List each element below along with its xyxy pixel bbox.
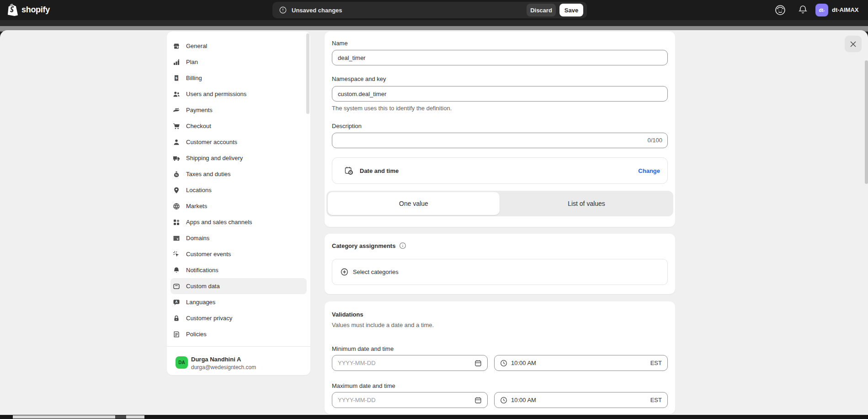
- minimum-date-input[interactable]: YYYY-MM-DD: [332, 355, 488, 371]
- sidebar-item-customer-accounts[interactable]: Customer accounts: [170, 134, 307, 150]
- sidebar-item-general[interactable]: General: [170, 38, 307, 54]
- unsaved-changes-banner: Unsaved changes Discard Save: [272, 2, 587, 18]
- tab-one-value[interactable]: One value: [328, 192, 500, 215]
- store-avatar[interactable]: dt-: [815, 4, 828, 16]
- calendar-clock-icon: [344, 166, 353, 175]
- info-icon[interactable]: [399, 242, 406, 249]
- validations-title: Validations: [332, 311, 363, 318]
- sidebar-item-label: Taxes and duties: [186, 171, 231, 177]
- sidebar-item-users-and-permissions[interactable]: Users and permissions: [170, 86, 307, 102]
- minimum-label: Minimum date and time: [332, 345, 394, 352]
- maximum-timezone: EST: [650, 397, 662, 403]
- checkout-icon: [172, 122, 181, 130]
- sidebar-item-custom-data[interactable]: Custom data: [170, 278, 307, 294]
- shopify-settings-screen: shopify Unsaved changes Discard Save dt-…: [0, 0, 868, 419]
- sidebar-item-taxes-and-duties[interactable]: Taxes and duties: [170, 166, 307, 182]
- sidekick-icon[interactable]: [774, 4, 786, 16]
- sidebar-item-label: Payments: [186, 107, 213, 113]
- sidebar-item-languages[interactable]: A Languages: [170, 294, 307, 310]
- maximum-date-input[interactable]: YYYY-MM-DD: [332, 392, 488, 408]
- sidebar-item-billing[interactable]: $ Billing: [170, 70, 307, 86]
- sidebar-item-customer-events[interactable]: Customer events: [170, 246, 307, 262]
- chrome-strip: [0, 20, 868, 26]
- markets-icon: [172, 202, 181, 210]
- store-name[interactable]: dt-AIMAX: [832, 6, 859, 13]
- tab-list-of-values[interactable]: List of values: [500, 191, 673, 216]
- sidebar-item-label: Checkout: [186, 123, 211, 129]
- calendar-icon: [474, 397, 482, 404]
- description-label: Description: [332, 123, 362, 129]
- shipping-icon: [172, 154, 181, 162]
- customer-events-icon: [172, 250, 181, 258]
- name-input[interactable]: [332, 50, 668, 65]
- sidebar-item-shipping-and-delivery[interactable]: Shipping and delivery: [170, 150, 307, 166]
- page-scrollbar-thumb[interactable]: [865, 60, 868, 184]
- sidebar-scrollbar-thumb[interactable]: [306, 33, 309, 114]
- horizontal-scrollbar-thumb[interactable]: [115, 415, 126, 419]
- sidebar-item-customer-privacy[interactable]: Customer privacy: [170, 310, 307, 326]
- content-type-label: Date and time: [360, 167, 638, 174]
- namespace-label: Namespace and key: [332, 75, 386, 82]
- maximum-time-input[interactable]: 10:00 AM EST: [494, 392, 668, 408]
- payments-icon: [172, 106, 181, 114]
- close-button[interactable]: [845, 36, 862, 52]
- maximum-label: Maximum date and time: [332, 382, 395, 389]
- locations-icon: [172, 186, 181, 194]
- namespace-input[interactable]: [332, 86, 668, 102]
- settings-sidebar: General Plan $ Billing Users and: [167, 32, 310, 375]
- sidebar-item-label: Customer events: [186, 251, 231, 258]
- domains-icon: [172, 234, 181, 242]
- discard-button[interactable]: Discard: [527, 4, 556, 16]
- horizontal-scrollbar-track[interactable]: [13, 415, 144, 419]
- sidebar-item-domains[interactable]: Domains: [170, 230, 307, 246]
- sidebar-item-label: Apps and sales channels: [186, 219, 252, 226]
- custom-data-icon: [172, 282, 181, 290]
- minimum-timezone: EST: [650, 360, 662, 366]
- maximum-date-placeholder: YYYY-MM-DD: [338, 397, 474, 403]
- sidebar-item-payments[interactable]: Payments: [170, 102, 307, 118]
- sidebar-item-locations[interactable]: Locations: [170, 182, 307, 198]
- user-email: durga@wedesigntech.com: [191, 364, 256, 371]
- privacy-icon: [172, 314, 181, 322]
- sidebar-item-markets[interactable]: Markets: [170, 198, 307, 214]
- billing-icon: $: [172, 74, 181, 82]
- user-name: Durga Nandhini A: [191, 356, 241, 363]
- value-mode-tabs: One value List of values: [326, 191, 673, 216]
- svg-text:A: A: [175, 300, 178, 304]
- sidebar-item-apps-and-sales-channels[interactable]: Apps and sales channels: [170, 214, 307, 230]
- change-type-link[interactable]: Change: [638, 167, 660, 174]
- alert-circle-icon: [279, 6, 287, 14]
- shopify-logo[interactable]: shopify: [7, 4, 50, 16]
- select-categories-label: Select categories: [353, 269, 399, 275]
- bell-icon[interactable]: [798, 5, 808, 15]
- sidebar-item-checkout[interactable]: Checkout: [170, 118, 307, 134]
- description-input[interactable]: [332, 133, 668, 148]
- save-button[interactable]: Save: [559, 4, 583, 16]
- clock-icon: [500, 360, 507, 367]
- name-label: Name: [332, 40, 348, 47]
- category-title: Category assignments: [332, 242, 395, 249]
- minimum-date-placeholder: YYYY-MM-DD: [338, 360, 474, 366]
- minimum-time-input[interactable]: 10:00 AM EST: [494, 355, 668, 371]
- settings-modal: General Plan $ Billing Users and: [0, 30, 868, 419]
- category-title-row: Category assignments: [332, 242, 406, 249]
- user-avatar: DA: [176, 356, 188, 369]
- maximum-time-value: 10:00 AM: [511, 397, 650, 403]
- sidebar-item-label: General: [186, 43, 207, 49]
- sidebar-item-notifications[interactable]: Notifications: [170, 262, 307, 278]
- select-categories-button[interactable]: Select categories: [332, 259, 668, 285]
- policies-icon: [172, 330, 181, 338]
- plus-circle-icon: [341, 268, 348, 276]
- sidebar-item-plan[interactable]: Plan: [170, 54, 307, 70]
- namespace-help: The system uses this to identify the def…: [332, 105, 452, 112]
- shopify-wordmark: shopify: [21, 5, 50, 15]
- sidebar-item-label: Plan: [186, 59, 198, 65]
- sidebar-item-label: Policies: [186, 331, 207, 338]
- sidebar-item-policies[interactable]: Policies: [170, 326, 307, 342]
- sidebar-item-label: Customer privacy: [186, 315, 232, 322]
- sidebar-item-label: Custom data: [186, 283, 220, 290]
- validations-subtitle: Values must include a date and a time.: [332, 322, 434, 328]
- validations-card: Validations Values must include a date a…: [325, 301, 675, 414]
- apps-icon: [172, 218, 181, 226]
- customer-accounts-icon: [172, 138, 181, 146]
